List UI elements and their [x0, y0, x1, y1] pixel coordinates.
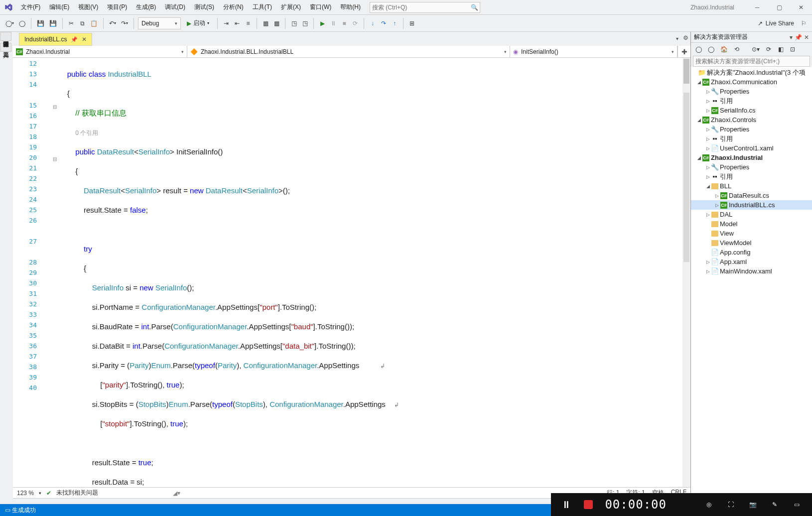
toggle-icon[interactable]: ⟲: [732, 43, 741, 55]
uncomment-button[interactable]: ▦: [272, 17, 281, 29]
config-combo[interactable]: Debug▾: [138, 17, 181, 29]
undo-button[interactable]: ↶▾: [108, 17, 118, 29]
refresh-icon[interactable]: ⟳: [764, 43, 773, 55]
project-industrial[interactable]: ◢C#Zhaoxi.Industrial: [691, 153, 812, 162]
tab-settings-icon[interactable]: ⚙: [683, 34, 688, 41]
panel-search[interactable]: [693, 56, 810, 67]
tree-bll[interactable]: ◢BLL: [691, 181, 812, 191]
quick-search[interactable]: 🔍: [370, 2, 480, 13]
menu-help[interactable]: 帮助(H): [336, 0, 365, 14]
maximize-button[interactable]: ▢: [768, 0, 790, 15]
restart-button[interactable]: ⟳: [351, 17, 360, 29]
solution-root[interactable]: 📁解决方案"Zhaoxi.Industrial"(3 个项: [691, 68, 812, 77]
pause-button[interactable]: ⏸: [329, 17, 338, 29]
tree-dataresult[interactable]: ▷C#DataResult.cs: [691, 191, 812, 200]
menu-file[interactable]: 文件(F): [17, 0, 44, 14]
paste-button[interactable]: 📋: [89, 17, 99, 29]
menu-analyze[interactable]: 分析(N): [219, 0, 248, 14]
tree-industrialbll[interactable]: ▷C#IndustrialBLL.cs: [691, 200, 812, 210]
rec-expand-icon[interactable]: ⛶: [725, 499, 736, 510]
start-debug-button[interactable]: ▶启动▾: [183, 17, 213, 29]
collapse-icon[interactable]: ◧: [776, 43, 785, 55]
nav-back-button[interactable]: ◯▾: [4, 17, 15, 29]
menu-edit[interactable]: 编辑(E): [45, 0, 73, 14]
step-into-button[interactable]: ↓: [368, 17, 377, 29]
feedback-button[interactable]: ⚐: [799, 17, 808, 29]
close-button[interactable]: ✕: [790, 0, 812, 15]
zoom-level[interactable]: 123 %: [17, 490, 34, 497]
menu-window[interactable]: 窗口(W): [306, 0, 335, 14]
toolbox-tab[interactable]: 工具箱: [0, 43, 11, 52]
tree-props[interactable]: ▷🔧Properties: [691, 87, 812, 96]
tree-view[interactable]: View: [691, 229, 812, 238]
server-explorer-tab[interactable]: 服务器资源管理器: [0, 32, 11, 41]
save-button[interactable]: 💾: [35, 17, 46, 29]
nav-project-dd[interactable]: C# Zhaoxi.Industrial▾: [13, 46, 187, 57]
copy-button[interactable]: ⧉: [78, 17, 87, 29]
file-tab-industrialbll[interactable]: IndustrialBLL.cs 📌 ✕: [19, 33, 92, 46]
tree-usercontrol[interactable]: ▷📄UserControl1.xaml: [691, 143, 812, 153]
menu-debug[interactable]: 调试(D): [161, 0, 189, 14]
rec-target-icon[interactable]: ◎: [703, 499, 714, 510]
tree-refs2[interactable]: ▷▪▪引用: [691, 134, 812, 143]
flag-icon[interactable]: ◢▾: [173, 490, 180, 497]
props-icon[interactable]: ⊡: [788, 43, 797, 55]
cut-button[interactable]: ✂: [67, 17, 76, 29]
step-over-button[interactable]: ↷: [379, 17, 388, 29]
vertical-scrollbar[interactable]: [682, 58, 690, 487]
project-communication[interactable]: ◢C#Zhaoxi.Communication: [691, 77, 812, 87]
home-icon[interactable]: ◯: [694, 43, 703, 55]
rec-pen-icon[interactable]: ✎: [769, 499, 780, 510]
run-button[interactable]: ▶: [318, 17, 327, 29]
menu-build[interactable]: 生成(B): [132, 0, 160, 14]
menu-view[interactable]: 视图(V): [74, 0, 102, 14]
house-icon[interactable]: 🏠: [719, 43, 729, 55]
nav-split-button[interactable]: ✚: [677, 46, 690, 57]
bookmark-button[interactable]: ◳: [289, 17, 298, 29]
nav-fwd-button[interactable]: ◯: [17, 17, 27, 29]
stop-button[interactable]: ■: [340, 17, 349, 29]
step-out-button[interactable]: ↑: [390, 17, 399, 29]
minimize-button[interactable]: ─: [746, 0, 768, 15]
tool-button-a[interactable]: ⊞: [407, 17, 416, 29]
rec-camera-icon[interactable]: 📷: [747, 499, 758, 510]
comment-button[interactable]: ▦: [261, 17, 270, 29]
scroll-thumb[interactable]: [683, 59, 689, 84]
pin-icon[interactable]: 📌: [71, 36, 78, 43]
redo-button[interactable]: ↷▾: [120, 17, 130, 29]
tree-props3[interactable]: ▷🔧Properties: [691, 162, 812, 172]
tree-dal[interactable]: ▷DAL: [691, 210, 812, 219]
nav-class-dd[interactable]: 🔶 Zhaoxi.Industrial.BLL.IndustrialBLL▾: [187, 46, 510, 57]
rec-min-icon[interactable]: ▭: [791, 499, 802, 510]
save-all-button[interactable]: 💾: [48, 17, 58, 29]
tree-appconfig[interactable]: 📄App.config: [691, 248, 812, 257]
nav-member-dd[interactable]: ◉ InitSerialInfo()▾: [510, 46, 677, 57]
live-share-button[interactable]: ↗Live Share: [758, 20, 794, 27]
code-editor[interactable]: 121314 15161718 19202122 23242526 2728 2…: [13, 58, 690, 487]
menu-extensions[interactable]: 扩展(X): [277, 0, 305, 14]
tree-refs[interactable]: ▷▪▪引用: [691, 96, 812, 106]
menu-project[interactable]: 项目(P): [103, 0, 131, 14]
back-icon[interactable]: ◯: [706, 43, 716, 55]
sync-icon[interactable]: ⊙▾: [750, 43, 761, 55]
panel-search-input[interactable]: [693, 56, 810, 67]
panel-dropdown-icon[interactable]: ▾: [790, 34, 793, 41]
rec-record-icon[interactable]: [583, 499, 594, 510]
code-body[interactable]: public class IndustrialBLL { // 获取串口信息 0…: [59, 58, 682, 487]
panel-pin-icon[interactable]: 📌: [795, 34, 802, 41]
tree-mainwindow[interactable]: ▷📄MainWindow.xaml: [691, 266, 812, 276]
solution-tree[interactable]: 📁解决方案"Zhaoxi.Industrial"(3 个项 ◢C#Zhaoxi.…: [691, 67, 812, 505]
quick-search-input[interactable]: [372, 4, 471, 11]
menu-test[interactable]: 测试(S): [190, 0, 218, 14]
step-button-2[interactable]: ⇤: [233, 17, 242, 29]
rec-pause-icon[interactable]: ⏸: [561, 499, 572, 510]
menu-tools[interactable]: 工具(T): [249, 0, 276, 14]
tree-model[interactable]: Model: [691, 219, 812, 229]
format-button[interactable]: ≡: [244, 17, 253, 29]
tree-props2[interactable]: ▷🔧Properties: [691, 125, 812, 134]
tab-overflow-icon[interactable]: ▾: [676, 36, 678, 41]
project-controls[interactable]: ◢C#Zhaoxi.Controls: [691, 115, 812, 125]
tree-viewmodel[interactable]: ViewModel: [691, 238, 812, 248]
tree-refs3[interactable]: ▷▪▪引用: [691, 172, 812, 181]
close-tab-icon[interactable]: ✕: [82, 36, 87, 43]
